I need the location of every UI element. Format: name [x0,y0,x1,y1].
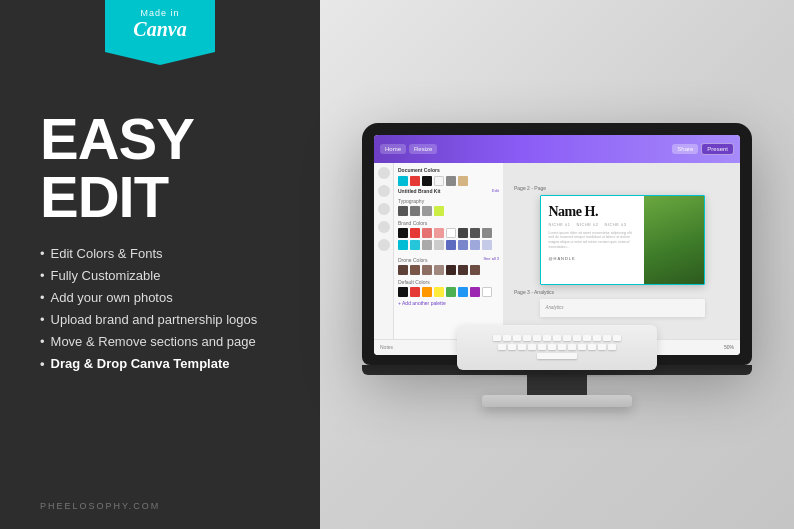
sidebar-icon[interactable] [378,203,390,215]
color-swatch[interactable] [446,265,456,275]
canva-interface: Home Resize Share Present [374,135,740,355]
add-palette-btn[interactable]: + Add another palette [398,300,499,306]
sidebar-icon[interactable] [378,185,390,197]
notes-label: Notes [380,344,393,350]
page1-label: Page 2 - Page [514,185,546,191]
spacebar [537,353,577,359]
default-colors-label: Default Colors [398,279,499,285]
color-swatch[interactable] [398,228,408,238]
key [558,344,566,350]
made-in-label: Made in [125,8,195,18]
color-swatch[interactable] [470,240,480,250]
color-swatch[interactable] [446,240,456,250]
canvas-name-heading: Name H. [549,204,636,220]
color-swatch[interactable] [434,176,444,186]
typography-label: Typography [398,198,499,204]
canvas-subtitle-3: NICHE #3 [605,222,627,227]
brand-colors-label: Brand Colors [398,220,499,226]
key-row [537,353,577,359]
canvas-subtitle-2: NICHE #2 [577,222,599,227]
feature-item: Move & Remove sections and page [40,334,257,349]
color-swatch[interactable] [410,265,420,275]
main-heading: EASY EDIT [40,110,194,226]
color-swatch[interactable] [398,176,408,186]
color-swatch[interactable] [458,176,468,186]
home-button[interactable]: Home [380,144,406,154]
brand-kit-header: Untitled Brand Kit Edit [398,188,499,194]
color-swatch[interactable] [398,206,408,216]
color-swatch[interactable] [422,228,432,238]
color-swatch[interactable] [434,265,444,275]
color-swatch[interactable] [458,265,468,275]
color-swatch[interactable] [398,265,408,275]
feature-item: Add your own photos [40,290,257,305]
brand-color-row [398,228,499,238]
share-button[interactable]: Share [672,144,698,154]
color-swatch[interactable] [398,240,408,250]
key [593,335,601,341]
sidebar-icon[interactable] [378,221,390,233]
color-swatch[interactable] [410,228,420,238]
canva-sidebar-icons [374,163,394,339]
key [538,344,546,350]
present-button[interactable]: Present [701,143,734,155]
sidebar-icon[interactable] [378,167,390,179]
color-swatch[interactable] [410,176,420,186]
canva-label: Canva [133,18,186,40]
resize-button[interactable]: Resize [409,144,437,154]
color-swatch[interactable] [434,240,444,250]
color-swatch[interactable] [446,176,456,186]
edit-link[interactable]: Edit [492,188,499,193]
left-panel: Made in Canva EASY EDIT Edit Colors & Fo… [0,0,320,529]
keyboard-body [457,325,657,370]
color-swatch[interactable] [410,287,420,297]
key-row [493,335,621,341]
brand-kit-label: Untitled Brand Kit [398,188,441,194]
brand-label: PHEELOSOPHY.COM [40,501,160,511]
color-swatch[interactable] [470,287,480,297]
color-swatch[interactable] [458,228,468,238]
monitor-screen: Home Resize Share Present [374,135,740,355]
feature-item: Upload brand and partnership logos [40,312,257,327]
document-colors-title: Document Colors [398,167,499,173]
color-swatch[interactable] [422,206,432,216]
color-swatch[interactable] [434,287,444,297]
canvas-image [644,196,704,284]
color-swatch[interactable] [470,228,480,238]
color-swatch[interactable] [446,287,456,297]
analytics-text: Analytics [546,305,564,310]
color-swatch[interactable] [482,228,492,238]
document-color-row [398,176,499,186]
brand-color-row-2 [398,240,499,250]
key [588,344,596,350]
color-swatch[interactable] [422,287,432,297]
see-all-link[interactable]: See all 3 [483,256,499,261]
color-swatch[interactable] [458,287,468,297]
color-swatch[interactable] [422,265,432,275]
color-swatch[interactable] [482,287,492,297]
color-swatch[interactable] [434,206,444,216]
color-swatch[interactable] [434,228,444,238]
canvas-page-2[interactable]: Analytics [540,299,705,317]
canvas-body-text: Lorem ipsum dolor sit amet consectetur a… [549,231,636,251]
color-swatch[interactable] [410,240,420,250]
color-swatch[interactable] [458,240,468,250]
key [598,344,606,350]
key-row [498,344,616,350]
color-swatch[interactable] [482,240,492,250]
zoom-level: 50% [724,344,734,350]
key [533,335,541,341]
key [493,335,501,341]
color-swatch[interactable] [422,176,432,186]
canvas-page-1[interactable]: Name H. NICHE #1 NICHE #2 NICHE #3 Lorem… [540,195,705,285]
color-swatch[interactable] [410,206,420,216]
color-swatch[interactable] [398,287,408,297]
color-swatch[interactable] [422,240,432,250]
keyboard-shadow [467,370,647,378]
key [528,344,536,350]
default-color-row [398,287,499,297]
color-swatch[interactable] [446,228,456,238]
color-swatch[interactable] [470,265,480,275]
sidebar-icon[interactable] [378,239,390,251]
key [568,344,576,350]
